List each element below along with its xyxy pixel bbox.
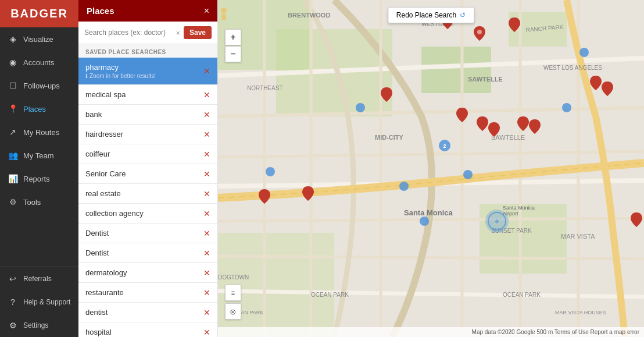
sidebar-item-visualize[interactable]: ◈ Visualize bbox=[0, 27, 78, 51]
place-delete-button[interactable]: ✕ bbox=[203, 67, 210, 75]
sidebar-item-myroutes[interactable]: ↗ My Routes bbox=[0, 120, 78, 144]
place-delete-button[interactable]: ✕ bbox=[203, 328, 210, 336]
sidebar-item-label: Referrals bbox=[23, 275, 52, 283]
map-location-button[interactable]: ◎ bbox=[225, 303, 241, 320]
place-item-content: pharmacy ℹ Zoom in for better results! bbox=[85, 63, 156, 79]
places-list-item[interactable]: pharmacy ℹ Zoom in for better results! ✕ bbox=[78, 58, 217, 85]
places-list-item[interactable]: restaurante ✕ bbox=[78, 283, 217, 303]
info-icon: ℹ bbox=[85, 73, 88, 79]
place-name: Dentist bbox=[85, 249, 109, 257]
sidebar-item-accounts[interactable]: ◉ Accounts bbox=[0, 51, 78, 74]
places-search-clear-icon[interactable]: × bbox=[176, 29, 180, 37]
place-delete-button[interactable]: ✕ bbox=[203, 111, 210, 119]
place-name: dermatology bbox=[85, 268, 127, 277]
reports-icon: 📊 bbox=[7, 173, 19, 185]
sidebar-item-label: Accounts bbox=[23, 58, 54, 67]
svg-text:Santa Monica: Santa Monica bbox=[404, 208, 453, 217]
place-item-content: hospital bbox=[85, 328, 112, 336]
sidebar-item-places[interactable]: 📍 Places bbox=[0, 97, 78, 120]
myroutes-icon: ↗ bbox=[7, 126, 19, 138]
sidebar-bottom: ↩ Referrals ? Help & Support ⚙ Settings bbox=[0, 267, 78, 337]
places-list-item[interactable]: hairdresser ✕ bbox=[78, 125, 217, 144]
place-item-content: coiffeur bbox=[85, 150, 110, 158]
svg-text:MID-CITY: MID-CITY bbox=[375, 134, 404, 141]
map-controls: + − bbox=[225, 29, 241, 62]
places-list-item[interactable]: Dentist ✕ bbox=[78, 224, 217, 243]
places-list-item[interactable]: Senior Care ✕ bbox=[78, 164, 217, 184]
svg-text:MAR VISTA: MAR VISTA bbox=[561, 233, 595, 240]
places-list-item[interactable]: dentist ✕ bbox=[78, 303, 217, 322]
svg-text:OCEAN PARK: OCEAN PARK bbox=[503, 292, 541, 298]
place-item-content: real estate bbox=[85, 189, 121, 198]
place-delete-button[interactable]: ✕ bbox=[203, 130, 210, 139]
myteam-icon: 👥 bbox=[7, 150, 19, 161]
place-name: hairdresser bbox=[85, 130, 123, 139]
places-list-item[interactable]: Dentist ✕ bbox=[78, 243, 217, 263]
zoom-in-button[interactable]: + bbox=[225, 29, 241, 45]
places-list-item[interactable]: medical spa ✕ bbox=[78, 85, 217, 105]
svg-text:SAWTELLE: SAWTELLE bbox=[491, 134, 525, 141]
place-item-content: bank bbox=[85, 110, 102, 119]
sidebar-item-followups[interactable]: ☐ Follow-ups bbox=[0, 74, 78, 97]
svg-text:BRENTWOOD: BRENTWOOD bbox=[288, 12, 330, 19]
sidebar-item-label: Settings bbox=[23, 321, 48, 329]
map-layers-button[interactable]: ≡ bbox=[225, 285, 241, 301]
referrals-icon: ↩ bbox=[7, 273, 19, 285]
place-delete-button[interactable]: ✕ bbox=[203, 289, 210, 297]
places-list-item[interactable]: hospital ✕ bbox=[78, 322, 217, 337]
place-delete-button[interactable]: ✕ bbox=[203, 170, 210, 178]
sidebar-item-reports[interactable]: 📊 Reports bbox=[0, 167, 78, 190]
location-icon: ◎ bbox=[230, 308, 236, 315]
places-close-button[interactable]: × bbox=[204, 6, 209, 16]
places-search-input[interactable] bbox=[84, 29, 172, 37]
places-list-item[interactable]: real estate ✕ bbox=[78, 184, 217, 204]
svg-point-38 bbox=[266, 167, 275, 176]
places-save-button[interactable]: Save bbox=[184, 26, 212, 39]
place-name: Senior Care bbox=[85, 169, 126, 178]
map-footer: Map data ©2020 Google 500 m Terms of Use… bbox=[218, 327, 644, 337]
svg-point-40 bbox=[399, 182, 409, 191]
place-name: dentist bbox=[85, 308, 108, 317]
map-background: BRENTWOOD WESTGATE RANCH PARK NORTHEAST … bbox=[218, 0, 644, 337]
place-delete-button[interactable]: ✕ bbox=[203, 190, 210, 198]
sidebar: BADGER ◈ Visualize ◉ Accounts ☐ Follow-u… bbox=[0, 0, 78, 337]
map-container: BRENTWOOD WESTGATE RANCH PARK NORTHEAST … bbox=[218, 0, 644, 337]
place-delete-button[interactable]: ✕ bbox=[203, 91, 210, 99]
zoom-out-button[interactable]: − bbox=[225, 46, 241, 62]
sidebar-item-label: My Team bbox=[23, 151, 54, 160]
places-list-item[interactable]: bank ✕ bbox=[78, 105, 217, 125]
place-delete-button[interactable]: ✕ bbox=[203, 249, 210, 257]
logo: BADGER bbox=[0, 0, 78, 27]
places-list-item[interactable]: collection agency ✕ bbox=[78, 204, 217, 224]
place-delete-button[interactable]: ✕ bbox=[203, 229, 210, 237]
svg-text:OCEAN PARK: OCEAN PARK bbox=[311, 292, 349, 298]
sidebar-bottom-item-helpsupport[interactable]: ? Help & Support bbox=[0, 290, 78, 314]
svg-point-43 bbox=[579, 48, 589, 57]
svg-text:Santa Monica: Santa Monica bbox=[503, 205, 535, 211]
sidebar-bottom-item-referrals[interactable]: ↩ Referrals bbox=[0, 267, 78, 290]
place-name: hospital bbox=[85, 328, 112, 336]
sidebar-item-myteam[interactable]: 👥 My Team bbox=[0, 144, 78, 167]
place-name: medical spa bbox=[85, 90, 126, 99]
sidebar-item-label: Follow-ups bbox=[23, 81, 60, 90]
place-item-content: Senior Care bbox=[85, 169, 126, 178]
place-delete-button[interactable]: ✕ bbox=[203, 269, 210, 277]
place-item-content: collection agency bbox=[85, 209, 144, 218]
tools-icon: ⚙ bbox=[7, 196, 19, 208]
place-item-content: dentist bbox=[85, 308, 108, 317]
places-list-item[interactable]: dermatology ✕ bbox=[78, 263, 217, 283]
place-delete-button[interactable]: ✕ bbox=[203, 308, 210, 317]
place-delete-button[interactable]: ✕ bbox=[203, 150, 210, 158]
places-icon: 📍 bbox=[7, 103, 19, 115]
svg-point-42 bbox=[562, 103, 571, 112]
place-item-content: medical spa bbox=[85, 90, 126, 99]
helpsupport-icon: ? bbox=[7, 296, 19, 308]
sidebar-bottom-item-settings[interactable]: ⚙ Settings bbox=[0, 314, 78, 337]
place-delete-button[interactable]: ✕ bbox=[203, 210, 210, 218]
svg-point-48 bbox=[221, 8, 227, 13]
places-list-item[interactable]: coiffeur ✕ bbox=[78, 144, 217, 164]
redo-search-button[interactable]: Redo Place Search ↺ bbox=[388, 7, 474, 23]
map-bottom-controls: ≡ ◎ bbox=[225, 285, 241, 320]
svg-text:SAWTELLE: SAWTELLE bbox=[468, 76, 503, 83]
sidebar-item-tools[interactable]: ⚙ Tools bbox=[0, 190, 78, 214]
